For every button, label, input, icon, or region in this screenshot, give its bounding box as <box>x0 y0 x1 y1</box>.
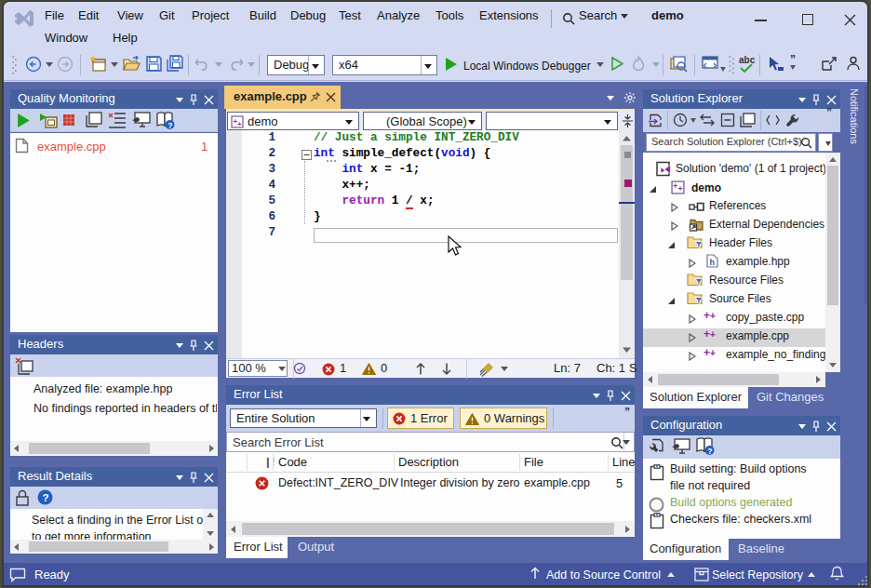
svg-text:h: h <box>710 258 716 267</box>
svg-text:?: ? <box>43 492 49 503</box>
svg-text:+: + <box>237 120 242 128</box>
svg-text:+: + <box>678 184 683 194</box>
svg-text:?: ? <box>707 447 712 456</box>
svg-text:?: ? <box>168 121 172 130</box>
